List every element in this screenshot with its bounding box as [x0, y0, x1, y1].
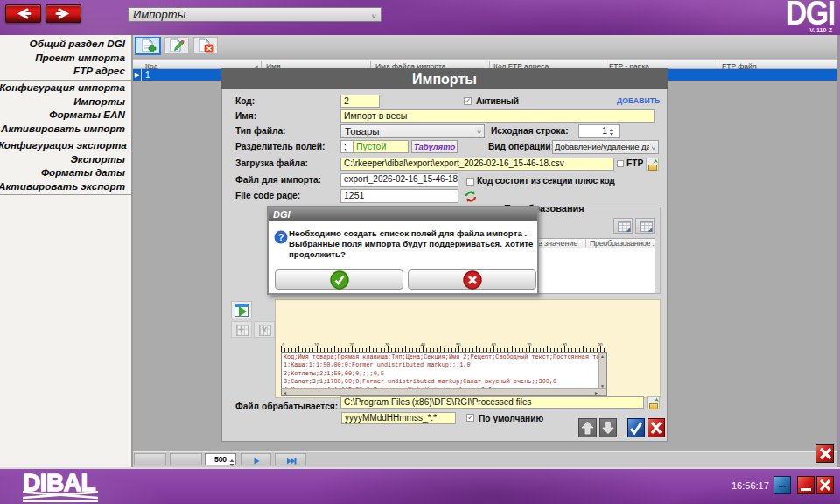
svg-text:20: 20	[350, 343, 355, 347]
svg-text:80: 80	[563, 343, 568, 347]
svg-text:60: 60	[492, 343, 497, 347]
svg-text:70: 70	[527, 343, 532, 347]
svg-text:40: 40	[421, 343, 426, 347]
svg-text:?: ?	[278, 232, 284, 242]
svg-text:30: 30	[385, 343, 390, 347]
svg-text:50: 50	[456, 343, 461, 347]
svg-text:0: 0	[283, 343, 285, 347]
svg-text:90: 90	[598, 343, 603, 347]
svg-text:10: 10	[314, 343, 319, 347]
